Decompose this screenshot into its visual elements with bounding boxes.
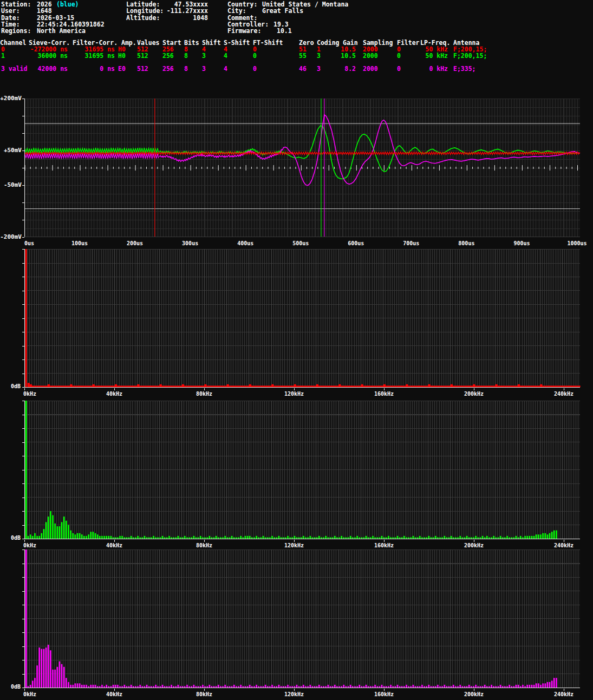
spectrum-bar: [175, 537, 177, 539]
spectrum-bar: [238, 537, 239, 539]
spectrum-bar: [301, 385, 303, 387]
spectrum-bar: [478, 537, 479, 539]
spectrum-bar: [374, 537, 376, 539]
table-cell: 256: [162, 53, 174, 59]
spectrum-bar: [513, 385, 516, 387]
spectrum-bar: [171, 385, 173, 387]
spectrum-bar: [184, 686, 186, 688]
spectrum-bar: [348, 537, 349, 539]
spectrum-bar: [383, 686, 385, 688]
spectrum-bar: [72, 533, 74, 539]
spectrum-bar: [318, 685, 320, 688]
spectrum-bar: [551, 681, 553, 688]
spectrum-bar: [218, 385, 220, 387]
spectrum-bar: [253, 385, 256, 387]
spectrum-bar: [52, 385, 54, 387]
spectrum-bar: [36, 385, 38, 387]
spectrum-bar: [88, 686, 89, 688]
spectrum-bar: [533, 536, 535, 539]
spectrum-bar: [480, 385, 482, 387]
spectrum-bar: [482, 536, 484, 539]
spectrum-bar: [482, 686, 484, 688]
spectrum-bar: [256, 536, 257, 539]
spectrum-bar: [79, 683, 81, 688]
spectrum-bar: [186, 537, 188, 539]
spectrum-bar: [153, 686, 154, 688]
spectrum-bar: [243, 537, 244, 539]
spectrum-bar: [168, 536, 170, 539]
spectrum-bar: [325, 536, 327, 539]
spectrum-bar: [131, 385, 133, 387]
spectrum-bar: [133, 537, 134, 539]
spectrum-bar: [213, 686, 215, 688]
spectrum-bar: [526, 385, 529, 387]
spectrum-bar: [79, 533, 81, 539]
spectrum-bar: [202, 385, 204, 387]
spectrum-bar: [95, 533, 96, 539]
spectrum-bar: [529, 536, 531, 539]
spectrum-bar: [229, 385, 231, 387]
spectrum-bar: [352, 686, 354, 688]
spectrum-bar: [269, 537, 271, 539]
spectrum-bar: [413, 685, 414, 688]
spectrum-bar: [209, 385, 211, 387]
spectrum-bar: [117, 385, 119, 387]
spectrum-bar: [155, 537, 157, 539]
table-cell: F;200,15;: [453, 53, 487, 59]
spectrum-bar: [61, 664, 63, 688]
spectrum-bar: [155, 685, 157, 688]
spectrum-bar: [426, 537, 427, 539]
spectrum-bar: [348, 385, 350, 387]
spectrum-bar: [77, 683, 79, 688]
spectrum-bar: [240, 385, 242, 387]
spectrum-bar: [291, 686, 293, 688]
spec-x-tick: [474, 388, 474, 390]
spectrum-bar: [415, 385, 417, 387]
spectrum-bar: [520, 536, 522, 539]
spectrum-bar: [289, 537, 291, 539]
spectrum-bar: [135, 686, 136, 688]
spectrum-bar: [459, 385, 461, 387]
spectrum-bar: [231, 385, 233, 387]
freq-tick-label: 240kHz: [548, 391, 580, 397]
spectrum-bar: [526, 536, 528, 539]
spectrum-bar: [247, 385, 249, 387]
spectrum-bar: [227, 384, 229, 387]
spectrum-bar: [482, 385, 484, 387]
spectrum-bar: [38, 647, 40, 688]
spectrum-bar: [115, 384, 117, 387]
spectrum-bar: [553, 531, 555, 539]
spectrum-bar: [451, 384, 453, 387]
spectrum-bar: [386, 385, 388, 387]
spectrum-bar: [392, 537, 394, 539]
spectrum-bar: [428, 384, 431, 387]
spectrum-bar: [41, 533, 43, 539]
spectrum-bar: [294, 384, 296, 387]
spectrum-bar: [576, 385, 578, 387]
spectrum-bar: [34, 385, 36, 387]
spectrum-bar: [139, 385, 141, 387]
spectrum-bar: [88, 385, 90, 387]
spectrum-bar: [133, 385, 135, 387]
station-color-tag: (blue): [56, 1, 79, 8]
spec-y-tick: [22, 415, 24, 415]
spectrum-bar: [28, 536, 29, 539]
table-cell: 3: [202, 66, 206, 72]
spectrum-bar: [34, 678, 36, 688]
spectrum-bar: [379, 537, 381, 539]
spectrum-bar: [278, 385, 281, 387]
spectrum-bar: [366, 385, 368, 387]
spectrum-bar: [113, 537, 114, 539]
spectrum-bar: [547, 682, 549, 688]
spectrum-bar: [61, 522, 63, 539]
spectrum-plot-channel-3: [24, 549, 580, 688]
spectrum-bar: [354, 385, 356, 387]
spectrum-bar: [146, 385, 148, 387]
spectrum-bar: [551, 532, 553, 539]
time-tick-label: 1000us: [561, 240, 593, 247]
spectrum-bar: [466, 385, 468, 387]
spectrum-bar: [137, 536, 139, 539]
time-tick-label: 100us: [63, 240, 96, 247]
spectrum-bar: [536, 385, 538, 387]
spec-y-tick: [22, 605, 24, 605]
